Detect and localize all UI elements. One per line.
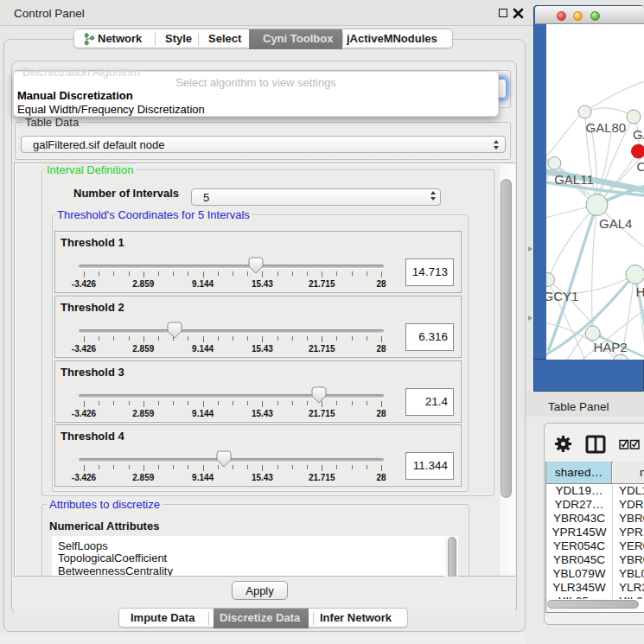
svg-text:HAP2: HAP2	[594, 340, 628, 354]
svg-text:H: H	[636, 284, 644, 299]
svg-text:GAL11: GAL11	[554, 172, 594, 187]
svg-text:GAL80: GAL80	[586, 120, 627, 135]
svg-text:GA: GA	[633, 127, 644, 142]
svg-text:GAL4: GAL4	[599, 216, 632, 231]
svg-text:GCY1: GCY1	[546, 289, 578, 303]
svg-text:C: C	[637, 159, 644, 174]
